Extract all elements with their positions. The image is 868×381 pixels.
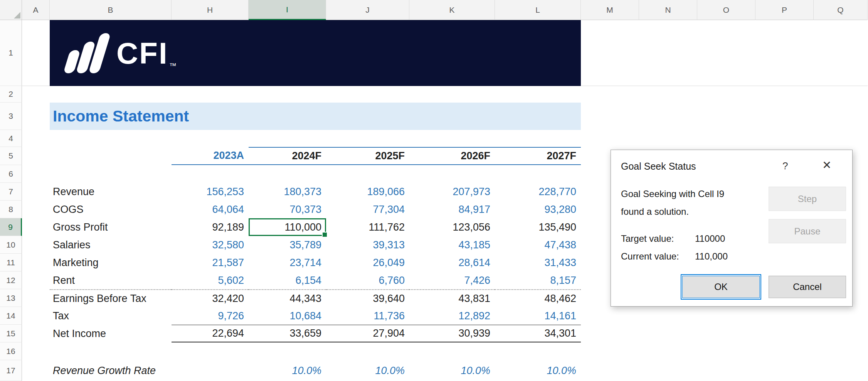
cell-i7[interactable]: 180,373 <box>249 183 326 201</box>
cell-l10[interactable]: 47,438 <box>495 236 581 254</box>
cell-k15[interactable]: 30,939 <box>409 325 495 342</box>
cell-j7[interactable]: 189,066 <box>326 183 409 201</box>
col-header-q[interactable]: Q <box>814 0 868 20</box>
cell-j10[interactable]: 39,313 <box>326 236 409 254</box>
cfi-banner[interactable]: CFI ™ <box>50 20 581 86</box>
cell-k5[interactable]: 2026F <box>409 147 495 165</box>
cell-l17[interactable]: 10.0% <box>495 360 581 381</box>
pause-button[interactable]: Pause <box>769 219 846 243</box>
cell-i10[interactable]: 35,789 <box>249 236 326 254</box>
ok-button[interactable]: OK <box>682 276 760 298</box>
cell-l9[interactable]: 135,490 <box>495 218 581 236</box>
cell-i14[interactable]: 10,684 <box>249 307 326 325</box>
cell-i15[interactable]: 33,659 <box>249 325 326 342</box>
col-header-o[interactable]: O <box>697 0 755 20</box>
cell-b13[interactable]: Earnings Before Tax <box>50 289 172 307</box>
cell-h12[interactable]: 5,602 <box>172 271 249 289</box>
cell-j12[interactable]: 6,760 <box>326 271 409 289</box>
col-header-k[interactable]: K <box>409 0 495 20</box>
row-header-13[interactable]: 13 <box>0 289 22 307</box>
cell-b12[interactable]: Rent <box>50 271 172 289</box>
cell-i13[interactable]: 44,343 <box>249 289 326 307</box>
row-header-4[interactable]: 4 <box>0 130 22 147</box>
row-header-5[interactable]: 5 <box>0 147 22 165</box>
cell-h11[interactable]: 21,587 <box>172 254 249 271</box>
cell-l12[interactable]: 8,157 <box>495 271 581 289</box>
cell-l11[interactable]: 31,433 <box>495 254 581 271</box>
col-header-h[interactable]: H <box>172 0 249 20</box>
row-header-16[interactable]: 16 <box>0 342 22 360</box>
row-header-3[interactable]: 3 <box>0 103 22 130</box>
cell-i5[interactable]: 2024F <box>249 147 326 165</box>
cell-j8[interactable]: 77,304 <box>326 201 409 218</box>
cell-k10[interactable]: 43,185 <box>409 236 495 254</box>
row-header-11[interactable]: 11 <box>0 254 22 271</box>
cell-l13[interactable]: 48,462 <box>495 289 581 307</box>
cell-i11[interactable]: 23,714 <box>249 254 326 271</box>
cell-h13[interactable]: 32,420 <box>172 289 249 307</box>
col-header-a[interactable]: A <box>22 0 50 20</box>
row-header-14[interactable]: 14 <box>0 307 22 325</box>
col-header-m[interactable]: M <box>581 0 639 20</box>
cell-h9[interactable]: 92,189 <box>172 218 249 236</box>
cell-l8[interactable]: 93,280 <box>495 201 581 218</box>
cell-k17[interactable]: 10.0% <box>409 360 495 381</box>
cell-b17[interactable]: Revenue Growth Rate <box>50 360 172 381</box>
cell-j11[interactable]: 26,049 <box>326 254 409 271</box>
cell-j13[interactable]: 39,640 <box>326 289 409 307</box>
col-header-i[interactable]: I <box>249 0 326 20</box>
cell-j15[interactable]: 27,904 <box>326 325 409 342</box>
cell-i12[interactable]: 6,154 <box>249 271 326 289</box>
cell-i17[interactable]: 10.0% <box>249 360 326 381</box>
cell-h5[interactable]: 2023A <box>172 147 249 165</box>
cell-b8[interactable]: COGS <box>50 201 172 218</box>
select-all-corner[interactable] <box>0 0 22 20</box>
cell-k13[interactable]: 43,831 <box>409 289 495 307</box>
col-header-n[interactable]: N <box>639 0 697 20</box>
col-header-l[interactable]: L <box>495 0 581 20</box>
col-header-p[interactable]: P <box>755 0 814 20</box>
cell-l5[interactable]: 2027F <box>495 147 581 165</box>
help-icon[interactable]: ? <box>782 160 788 172</box>
sheet-title-band[interactable]: Income Statement <box>50 103 581 130</box>
cell-h15[interactable]: 22,694 <box>172 325 249 342</box>
cell-i8[interactable]: 70,373 <box>249 201 326 218</box>
cell-b7[interactable]: Revenue <box>50 183 172 201</box>
cell-h8[interactable]: 64,064 <box>172 201 249 218</box>
cell-l15[interactable]: 34,301 <box>495 325 581 342</box>
cell-h14[interactable]: 9,726 <box>172 307 249 325</box>
row-header-9[interactable]: 9 <box>0 218 22 236</box>
col-header-j[interactable]: J <box>326 0 409 20</box>
cell-k12[interactable]: 7,426 <box>409 271 495 289</box>
row-header-12[interactable]: 12 <box>0 271 22 289</box>
row-header-6[interactable]: 6 <box>0 165 22 183</box>
cell-l14[interactable]: 14,161 <box>495 307 581 325</box>
cell-l7[interactable]: 228,770 <box>495 183 581 201</box>
cell-b9[interactable]: Gross Profit <box>50 218 172 236</box>
row-header-15[interactable]: 15 <box>0 325 22 342</box>
cancel-button[interactable]: Cancel <box>769 276 846 298</box>
col-header-b[interactable]: B <box>50 0 172 20</box>
cell-k14[interactable]: 12,892 <box>409 307 495 325</box>
row-header-10[interactable]: 10 <box>0 236 22 254</box>
cell-j17[interactable]: 10.0% <box>326 360 409 381</box>
cell-j5[interactable]: 2025F <box>326 147 409 165</box>
cell-b11[interactable]: Marketing <box>50 254 172 271</box>
close-icon[interactable]: ✕ <box>822 158 831 172</box>
cell-h10[interactable]: 32,580 <box>172 236 249 254</box>
cell-j9[interactable]: 111,762 <box>326 218 409 236</box>
row-header-2[interactable]: 2 <box>0 86 22 103</box>
cell-h7[interactable]: 156,253 <box>172 183 249 201</box>
cell-j14[interactable]: 11,736 <box>326 307 409 325</box>
cell-b10[interactable]: Salaries <box>50 236 172 254</box>
row-header-8[interactable]: 8 <box>0 201 22 218</box>
cell-i9-active[interactable]: 110,000 <box>249 218 326 236</box>
cell-k9[interactable]: 123,056 <box>409 218 495 236</box>
cell-k7[interactable]: 207,973 <box>409 183 495 201</box>
cell-b15[interactable]: Net Income <box>50 325 172 342</box>
row-header-1[interactable]: 1 <box>0 20 22 86</box>
cell-k11[interactable]: 28,614 <box>409 254 495 271</box>
row-header-7[interactable]: 7 <box>0 183 22 201</box>
cell-k8[interactable]: 84,917 <box>409 201 495 218</box>
cell-b14[interactable]: Tax <box>50 307 172 325</box>
